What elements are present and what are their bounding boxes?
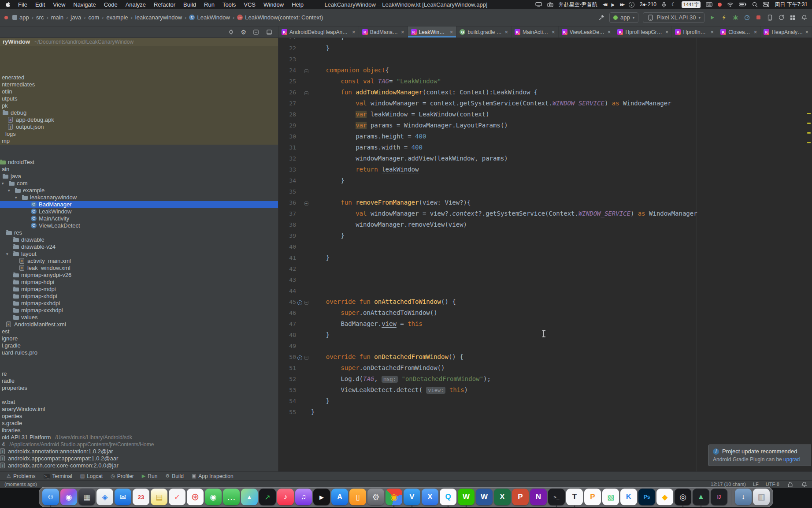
tree-item-enerated[interactable]: enerated xyxy=(0,74,278,81)
override-method-icon[interactable]: ↑ xyxy=(297,355,302,360)
code-line[interactable]: windowManager.removeView(view) xyxy=(311,219,806,230)
run-button[interactable] xyxy=(709,15,716,20)
line-separator[interactable]: LF xyxy=(753,482,759,487)
tree-item-uard-rules-pro[interactable]: uard-rules.pro xyxy=(0,349,278,356)
tool-window-problems[interactable]: ⚠Problems xyxy=(3,472,40,480)
net-speed-label[interactable]: 3●·210 xyxy=(640,1,656,7)
code-line[interactable]: companion object{ xyxy=(311,65,806,76)
close-tab-icon[interactable]: × xyxy=(665,29,669,35)
tree-item-ignore[interactable]: ignore xyxy=(0,335,278,342)
code-line[interactable]: ViewLeakDetect.detect( view: this) xyxy=(311,385,806,396)
tree-item-s-gradle[interactable]: s.gradle xyxy=(0,420,278,427)
tree-item-logs[interactable]: logs xyxy=(0,131,278,138)
override-method-icon[interactable]: ↑ xyxy=(297,300,302,305)
tree-item-activity-main-xml[interactable]: xactivity_main.xml xyxy=(0,258,278,265)
close-tab-icon[interactable]: × xyxy=(711,29,714,35)
code-line[interactable]: } xyxy=(311,175,806,186)
menu-edit[interactable]: Edit xyxy=(31,1,49,8)
project-tree[interactable]: ryWindow~/Documents/android/LeakCanaryWi… xyxy=(0,38,278,471)
chevron-down-icon[interactable]: ▾ xyxy=(8,187,10,194)
code-line[interactable]: } xyxy=(311,407,806,418)
tree-item-androidx-appcompat-appcompat-1-0-2-aar[interactable]: jandroidx.appcompat:appcompat:1.0.2@aar xyxy=(0,455,278,462)
dock-numbers[interactable]: ▧ xyxy=(602,489,619,505)
tree-item-mipmap-mdpi[interactable]: mipmap-mdpi xyxy=(0,286,278,293)
code-line[interactable] xyxy=(311,340,806,351)
code-line[interactable]: override fun onAttachedToWindow() { xyxy=(311,296,806,307)
tree-item-est[interactable]: est xyxy=(0,328,278,335)
menu-window[interactable]: Window xyxy=(260,1,288,8)
dock-intellij-idea[interactable]: IJ xyxy=(711,489,727,505)
notifications-icon[interactable] xyxy=(801,15,808,20)
dock-system-preferences[interactable]: ⚙ xyxy=(367,489,384,505)
menu-navigate[interactable]: Navigate xyxy=(69,1,100,8)
breadcrumb-leakwindow[interactable]: CLeakWindow xyxy=(189,14,230,21)
breadcrumb-leakwindow-context-context[interactable]: mLeakWindow(context: Context) xyxy=(237,14,323,21)
code-line[interactable]: params.height = 400 xyxy=(311,131,806,142)
tree-item-drawable-v24[interactable]: drawable-v24 xyxy=(0,243,278,250)
screen-record-icon[interactable] xyxy=(718,3,722,7)
dock-facetime[interactable]: ◉ xyxy=(205,489,222,505)
display-icon[interactable] xyxy=(535,2,542,7)
close-tab-icon[interactable]: × xyxy=(552,29,555,35)
code-line[interactable]: Log.d(TAG, msg: "onDetachedFromWindow"); xyxy=(311,374,806,385)
code-line[interactable]: } xyxy=(311,43,806,54)
menu-vcs[interactable]: VCS xyxy=(240,1,260,8)
dock-calendar[interactable]: 23 xyxy=(133,489,149,505)
dock-word[interactable]: W xyxy=(476,489,493,505)
close-tab-icon[interactable]: × xyxy=(754,29,757,35)
chevron-down-icon[interactable]: ▾ xyxy=(15,194,17,201)
wifi-icon[interactable] xyxy=(727,2,734,7)
code-line[interactable]: return leakWindow xyxy=(311,164,806,175)
breadcrumb-com[interactable]: com xyxy=(88,14,99,21)
code-line[interactable]: } xyxy=(311,230,806,241)
dock-powerpoint[interactable]: P xyxy=(512,489,529,505)
close-tab-icon[interactable]: × xyxy=(504,29,508,35)
chevron-down-icon[interactable]: ▾ xyxy=(2,180,4,187)
dock-photos[interactable]: ⊛ xyxy=(187,489,204,505)
close-tab-icon[interactable]: × xyxy=(805,29,808,35)
tab-viewleakdetect-kt[interactable]: KViewLeakDetect.kt× xyxy=(559,26,615,37)
code-line[interactable]: params.width = 400 xyxy=(311,142,806,153)
menu-run[interactable]: Run xyxy=(200,1,219,8)
fold-region-icon[interactable]: − xyxy=(304,202,308,205)
tree-item-debug[interactable]: debug xyxy=(0,109,278,116)
code-line[interactable]: windowManager.addView(leakWindow, params… xyxy=(311,153,806,164)
tree-item-rywindow[interactable]: ryWindow~/Documents/android/LeakCanaryWi… xyxy=(0,38,278,46)
breadcrumb-leakcanarywindow[interactable]: leakcanarywindow xyxy=(135,14,182,21)
tree-item-leakwindow[interactable]: CLeakWindow xyxy=(0,208,278,215)
play-icon[interactable]: ▶ xyxy=(612,2,615,7)
tree-item-operties[interactable]: operties xyxy=(0,413,278,420)
tree-item-otlin[interactable]: otlin xyxy=(0,88,278,95)
file-encoding[interactable]: UTF-8 xyxy=(766,482,779,487)
notifications-bell-icon[interactable] xyxy=(801,482,808,487)
code-line[interactable] xyxy=(311,241,806,252)
hide-panel-icon[interactable] xyxy=(266,30,273,35)
gradle-sync-button[interactable] xyxy=(778,15,785,20)
dock-sketch[interactable]: ◆ xyxy=(656,489,673,505)
code-line[interactable]: } xyxy=(311,38,806,43)
chevron-down-icon[interactable]: ▾ xyxy=(6,250,8,258)
tree-item-layout[interactable]: ▾layout xyxy=(0,250,278,258)
tab-heapanalyzer-kt[interactable]: KHeapAnalyzer.kt× xyxy=(760,26,812,37)
tree-item-com[interactable]: ▾com xyxy=(0,180,278,187)
device-selector[interactable]: Pixel XL API 30 ▾ xyxy=(643,12,704,23)
tree-item-mp[interactable]: mp xyxy=(0,138,278,145)
close-tab-icon[interactable]: × xyxy=(352,29,356,35)
tool-window-logcat[interactable]: ▤Logcat xyxy=(76,472,107,480)
code-line[interactable]: super.onDetachedFromWindow() xyxy=(311,362,806,374)
moon-icon[interactable]: ☾ xyxy=(671,1,676,7)
tree-item-utputs[interactable]: utputs xyxy=(0,95,278,102)
tab-androiddebugheapanalyzer-kt[interactable]: KAndroidDebugHeapAnalyzer.kt× xyxy=(278,26,359,37)
dock-maps[interactable]: ▲ xyxy=(241,489,258,505)
caret-position[interactable]: 12:17 (10 chars) xyxy=(711,482,746,487)
dock-google-chrome[interactable]: ◉ xyxy=(386,489,402,505)
tree-item-4[interactable]: 4/Applications/Android Studio.app/Conten… xyxy=(0,441,278,448)
run-config-selector[interactable]: app ▾ xyxy=(609,12,638,23)
tree-item-output-json[interactable]: joutput.json xyxy=(0,123,278,131)
breadcrumb-app[interactable]: app xyxy=(12,14,29,21)
clock-label[interactable]: 周日 下午7:31 xyxy=(775,1,808,8)
code-line[interactable]: fun removeFromManager(view: View?){ xyxy=(311,197,806,208)
code-line[interactable]: val windowManager = view?.context?.getSy… xyxy=(311,208,806,219)
fold-region-icon[interactable]: − xyxy=(304,301,308,305)
tree-item-mipmap-xhdpi[interactable]: mipmap-xhdpi xyxy=(0,293,278,300)
